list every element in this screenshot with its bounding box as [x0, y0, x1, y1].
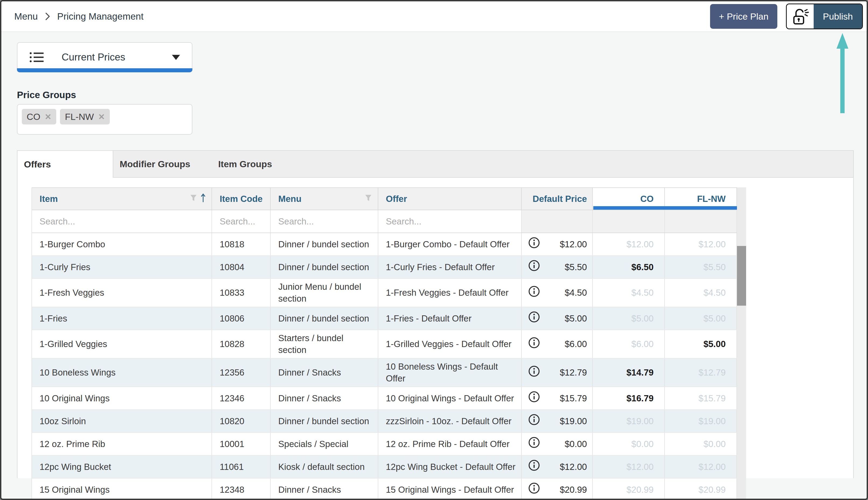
breadcrumb: Menu Pricing Management [14, 11, 144, 22]
info-icon[interactable] [528, 414, 540, 429]
info-icon[interactable] [528, 391, 540, 406]
info-icon[interactable] [528, 237, 540, 252]
remove-chip-icon[interactable]: ✕ [98, 112, 105, 122]
search-item-code-input[interactable] [212, 210, 270, 232]
fl-nw-price-cell[interactable]: $5.00 [665, 307, 737, 330]
dropdown-accent-underline [17, 68, 192, 72]
info-icon[interactable] [528, 337, 540, 352]
fl-nw-price-cell[interactable]: $12.79 [665, 359, 737, 387]
co-price-value: $4.50 [632, 287, 654, 299]
fl-nw-price-cell[interactable]: $12.00 [665, 456, 737, 478]
co-price-cell[interactable]: $12.00 [593, 456, 665, 478]
co-price-value: $12.00 [626, 461, 654, 473]
column-header-item[interactable]: Item [32, 188, 212, 210]
item-code-cell: 10001 [212, 433, 271, 455]
publish-button[interactable]: Publish [814, 4, 862, 29]
default-price-value: $15.79 [560, 393, 587, 404]
co-price-cell[interactable]: $4.50 [593, 279, 665, 307]
offer-cell: 1-Fresh Veggies - Default Offer [378, 279, 522, 307]
remove-chip-icon[interactable]: ✕ [45, 112, 52, 122]
info-icon[interactable] [528, 436, 540, 451]
column-header-item-code[interactable]: Item Code [212, 188, 271, 210]
default-price-value: $19.00 [560, 415, 587, 427]
unlock-button[interactable] [787, 4, 814, 29]
co-price-value: $12.00 [626, 238, 654, 250]
default-price-value: $12.79 [560, 367, 587, 378]
tab-item-groups[interactable]: Item Groups [197, 151, 293, 177]
price-groups-input[interactable]: CO ✕ FL-NW ✕ [17, 104, 192, 135]
default-price-value: $12.00 [560, 238, 587, 250]
tab-modifier-groups[interactable]: Modifier Groups [113, 151, 197, 177]
co-price-cell[interactable]: $16.79 [593, 387, 665, 409]
fl-nw-price-value: $12.00 [699, 238, 726, 250]
add-price-plan-button[interactable]: + Price Plan [710, 4, 777, 29]
vertical-scrollbar[interactable] [737, 188, 746, 500]
default-price-value: $12.00 [560, 461, 587, 473]
fl-nw-price-cell[interactable]: $12.00 [665, 233, 737, 255]
offer-cell: 10 Original Wings - Default Offer [378, 387, 522, 409]
item-code-cell: 10818 [212, 233, 271, 255]
co-price-cell[interactable]: $19.00 [593, 410, 665, 432]
default-price-value: $4.50 [565, 287, 587, 299]
info-icon[interactable] [528, 260, 540, 274]
co-price-cell[interactable]: $14.79 [593, 359, 665, 387]
info-icon[interactable] [528, 459, 540, 474]
offer-cell: 15 Original Wings - Default Offer [378, 478, 522, 500]
info-icon[interactable] [528, 311, 540, 326]
sort-ascending-icon[interactable] [200, 193, 206, 205]
item-cell: 10 Boneless Wings [32, 359, 212, 387]
fl-nw-price-value: $19.00 [699, 415, 726, 427]
info-icon[interactable] [528, 482, 540, 497]
co-price-cell[interactable]: $12.00 [593, 233, 665, 255]
table-row: 10oz Sirloin10820Dinner / bundel section… [32, 410, 737, 433]
co-price-cell[interactable]: $5.00 [593, 307, 665, 330]
chevron-down-icon [172, 55, 180, 60]
fl-nw-price-cell[interactable]: $20.99 [665, 478, 737, 500]
offer-cell: zzzSirloin - 10oz. - Default Offer [378, 410, 522, 432]
column-label: Default Price [533, 194, 587, 204]
search-menu-input[interactable] [271, 210, 378, 232]
table-search-row [32, 210, 737, 233]
filter-icon[interactable] [189, 194, 198, 204]
info-icon[interactable] [528, 365, 540, 380]
price-group-chip-flnw: FL-NW ✕ [60, 109, 110, 124]
column-label: CO [641, 194, 654, 204]
offer-cell: 1-Burger Combo - Default Offer [378, 233, 522, 255]
co-price-cell[interactable]: $0.00 [593, 433, 665, 455]
co-price-cell[interactable]: $20.99 [593, 478, 665, 500]
filter-icon[interactable] [364, 194, 372, 204]
scrollbar-thumb[interactable] [737, 246, 746, 306]
co-price-cell[interactable]: $6.00 [593, 330, 665, 358]
search-offer-input[interactable] [378, 210, 521, 232]
selected-columns-underline [593, 206, 737, 210]
item-code-cell: 10804 [212, 256, 271, 278]
column-header-default-price[interactable]: Default Price [522, 188, 593, 210]
breadcrumb-pricing-management: Pricing Management [57, 11, 144, 22]
search-item-input[interactable] [32, 210, 211, 232]
fl-nw-price-cell[interactable]: $19.00 [665, 410, 737, 432]
co-price-value: $6.00 [632, 338, 654, 350]
fl-nw-price-value: $15.79 [699, 393, 726, 404]
column-header-menu[interactable]: Menu [271, 188, 378, 210]
default-price-cell: $4.50 [522, 279, 593, 307]
fl-nw-price-cell[interactable]: $5.00 [665, 330, 737, 358]
open-padlock-icon [790, 5, 811, 28]
item-cell: 1-Fresh Veggies [32, 279, 212, 307]
item-code-cell: 12346 [212, 387, 271, 409]
default-price-cell: $12.00 [522, 456, 593, 478]
co-price-cell[interactable]: $6.50 [593, 256, 665, 278]
menu-cell: Dinner / bundel section [271, 410, 378, 432]
fl-nw-price-cell[interactable]: $15.79 [665, 387, 737, 409]
breadcrumb-menu[interactable]: Menu [14, 11, 38, 22]
price-view-dropdown[interactable]: Current Prices [17, 42, 192, 72]
co-price-value: $6.50 [632, 261, 654, 273]
fl-nw-price-cell[interactable]: $5.50 [665, 256, 737, 278]
default-price-cell: $0.00 [522, 433, 593, 455]
column-header-offer[interactable]: Offer [378, 188, 522, 210]
fl-nw-price-cell[interactable]: $0.00 [665, 433, 737, 455]
fl-nw-price-value: $5.00 [703, 312, 726, 325]
info-icon[interactable] [528, 285, 540, 300]
fl-nw-price-cell[interactable]: $4.50 [665, 279, 737, 307]
tab-offers[interactable]: Offers [18, 151, 113, 178]
item-cell: 12pc Wing Bucket [32, 456, 212, 478]
